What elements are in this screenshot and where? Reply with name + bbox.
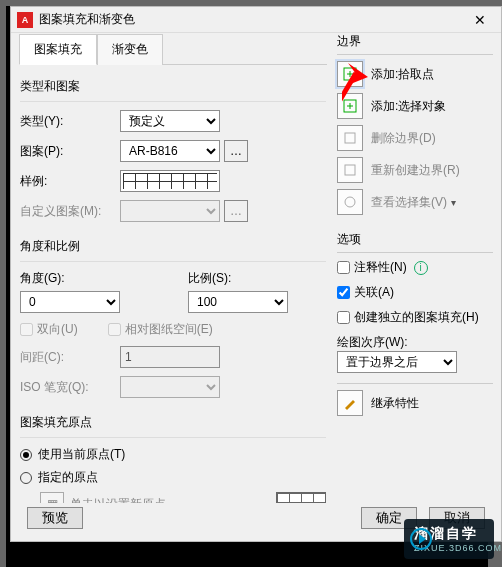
add-pick-icon[interactable] <box>337 61 363 87</box>
close-icon[interactable]: ✕ <box>465 8 495 32</box>
watermark: 溜溜自学 ZIXUE.3D66.COM <box>404 519 494 559</box>
custom-select <box>120 200 220 222</box>
add-pick-label: 添加:拾取点 <box>371 66 434 83</box>
add-select-icon[interactable] <box>337 93 363 119</box>
angle-label: 角度(G): <box>20 270 158 287</box>
angle-select[interactable]: 0 <box>20 291 120 313</box>
scale-label: 比例(S): <box>188 270 326 287</box>
tab-gradient[interactable]: 渐变色 <box>97 34 163 65</box>
scale-select[interactable]: 100 <box>188 291 288 313</box>
inherit-icon[interactable] <box>337 390 363 416</box>
type-select[interactable]: 预定义 <box>120 110 220 132</box>
pattern-browse-button[interactable]: … <box>224 140 248 162</box>
hatch-dialog: A 图案填充和渐变色 ✕ 图案填充 渐变色 类型和图案 类型(Y): 预定义 图… <box>10 6 502 542</box>
pattern-select[interactable]: AR-B816 <box>120 140 220 162</box>
app-icon: A <box>17 12 33 28</box>
delete-boundary-icon <box>337 125 363 151</box>
pen-label: ISO 笔宽(Q): <box>20 379 120 396</box>
section-inherit: 继承特性 <box>337 383 493 422</box>
custom-browse-button: … <box>224 200 248 222</box>
group-origin: 图案填充原点 使用当前原点(T) 指定的原点 ▦单击以设置新原点 默认为边界范围… <box>19 413 327 503</box>
svg-rect-2 <box>345 133 355 143</box>
inherit-label: 继承特性 <box>371 395 419 412</box>
recreate-boundary-icon <box>337 157 363 183</box>
pick-origin-icon: ▦ <box>40 492 64 503</box>
spacing-input <box>120 346 220 368</box>
paper-checkbox[interactable]: 相对图纸空间(E) <box>108 321 213 338</box>
group-type-pattern: 类型和图案 类型(Y): 预定义 图案(P): AR-B816 … 样例: 自定… <box>19 77 327 231</box>
annotative-checkbox[interactable]: 注释性(N)i <box>337 259 493 276</box>
separate-checkbox[interactable]: 创建独立的图案填充(H) <box>337 309 493 326</box>
info-icon[interactable]: i <box>414 261 428 275</box>
order-select[interactable]: 置于边界之后 <box>337 351 457 373</box>
section-options: 选项 注释性(N)i 关联(A) 创建独立的图案填充(H) 绘图次序(W): 置… <box>337 231 493 373</box>
view-selection-label: 查看选择集(V) <box>371 194 447 211</box>
pattern-label: 图案(P): <box>20 143 120 160</box>
type-label: 类型(Y): <box>20 113 120 130</box>
bidir-checkbox[interactable]: 双向(U) <box>20 321 78 338</box>
titlebar: A 图案填充和渐变色 ✕ <box>11 7 501 33</box>
play-icon <box>410 528 432 550</box>
delete-boundary-label: 删除边界(D) <box>371 130 436 147</box>
spacing-label: 间距(C): <box>20 349 120 366</box>
pen-select <box>120 376 220 398</box>
add-select-label: 添加:选择对象 <box>371 98 446 115</box>
order-label: 绘图次序(W): <box>337 334 493 351</box>
custom-label: 自定义图案(M): <box>20 203 120 220</box>
view-selection-icon <box>337 189 363 215</box>
recreate-boundary-label: 重新创建边界(R) <box>371 162 460 179</box>
preview-button[interactable]: 预览 <box>27 507 83 529</box>
pattern-swatch[interactable] <box>120 170 220 192</box>
svg-rect-3 <box>345 165 355 175</box>
pick-origin-label: 单击以设置新原点 <box>70 496 166 504</box>
svg-point-4 <box>345 197 355 207</box>
tabs: 图案填充 渐变色 <box>19 33 327 65</box>
section-boundary: 边界 添加:拾取点 添加:选择对象 删除边界(D) 重新创建边界(R) 查看选择… <box>337 33 493 221</box>
origin-preview <box>276 492 326 503</box>
tab-hatch[interactable]: 图案填充 <box>19 34 97 65</box>
use-current-origin-radio[interactable]: 使用当前原点(T) <box>20 446 326 463</box>
group-angle-scale: 角度和比例 角度(G): 0 比例(S): 100 双向(U) 相对图纸空间(E… <box>19 237 327 407</box>
dialog-title: 图案填充和渐变色 <box>39 11 465 28</box>
assoc-checkbox[interactable]: 关联(A) <box>337 284 493 301</box>
specify-origin-radio[interactable]: 指定的原点 <box>20 469 326 486</box>
sample-label: 样例: <box>20 173 120 190</box>
